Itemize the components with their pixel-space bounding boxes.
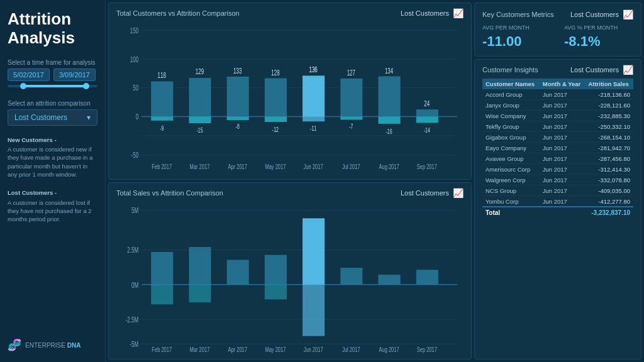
table-row: Yombu Corp Jun 2017 -412,277.80 [482, 196, 633, 207]
svg-text:127: 127 [347, 69, 356, 77]
avg-per-month-value: -11.00 [482, 33, 552, 50]
total-value: -3,232,837.10 [585, 207, 633, 218]
svg-rect-30 [303, 117, 325, 122]
attrition-dropdown[interactable]: Lost Customers ▾ [8, 109, 97, 126]
svg-rect-65 [265, 255, 287, 285]
metrics-header: Key Customers Metrics Lost Customers 📈 [482, 9, 633, 19]
footer-label: ENTERPRISE DNA [25, 342, 80, 349]
chart1-svg: 150 100 50 0 -50 118 -9 129 -15 [116, 21, 464, 174]
table-row: Tekfly Group Jun 2017 -250,332.10 [482, 121, 633, 132]
avg-per-month: AVG PER MONTH -11.00 [482, 25, 552, 50]
svg-text:134: 134 [385, 67, 394, 75]
svg-text:-5M: -5M [130, 339, 138, 348]
svg-rect-22 [227, 117, 249, 121]
enterprise-footer: 🧬 ENTERPRISE DNA [8, 338, 97, 352]
svg-rect-20 [227, 77, 249, 117]
svg-rect-32 [340, 79, 362, 117]
svg-text:2.5M: 2.5M [127, 246, 138, 255]
cell-customer-name: Avavee Group [482, 153, 540, 164]
table-row: Walgreen Corp Jun 2017 -332,078.80 [482, 175, 633, 185]
svg-rect-40 [416, 109, 438, 116]
svg-text:-15: -15 [196, 127, 203, 134]
insights-card: Customer Insights Lost Customers 📈 Custo… [474, 59, 641, 359]
svg-rect-16 [189, 78, 211, 116]
chart1-title: Total Customers vs Attrition Comparison [116, 9, 240, 17]
cell-customer-name: Yombu Corp [482, 196, 540, 207]
table-row: Janyx Group Jun 2017 -228,121.60 [482, 100, 633, 111]
chart2-badge-label: Lost Customers [401, 189, 449, 197]
svg-text:-12: -12 [272, 126, 279, 133]
svg-text:Sep 2017: Sep 2017 [417, 163, 437, 171]
cell-customer-name: Tekfly Group [482, 121, 540, 132]
main-content: Total Customers vs Attrition Comparison … [106, 0, 474, 362]
avg-per-month-label: AVG PER MONTH [482, 25, 552, 31]
svg-text:0: 0 [136, 112, 139, 121]
metrics-badge-label: Lost Customers [570, 11, 619, 18]
svg-text:May 2017: May 2017 [265, 163, 286, 171]
right-panel: Key Customers Metrics Lost Customers 📈 A… [474, 0, 644, 362]
col-customer-names[interactable]: Customer Names [482, 79, 540, 89]
svg-text:-11: -11 [310, 125, 316, 133]
cell-attrition-value: -228,121.60 [585, 100, 633, 111]
cell-month-year: Jun 2017 [540, 175, 586, 185]
date-start[interactable]: 5/02/2017 [8, 69, 50, 81]
chart2-title: Total Sales vs Attrition Comparison [116, 189, 223, 197]
table-row: Wise Company Jun 2017 -232,885.30 [482, 111, 633, 121]
table-row: Gigabox Group Jun 2017 -268,154.10 [482, 132, 633, 143]
avg-pct: AVG % PER MONTH -8.1% [564, 25, 633, 50]
svg-rect-69 [416, 270, 438, 285]
table-row: Avavee Group Jun 2017 -287,456.80 [482, 153, 633, 164]
total-label: Total [482, 207, 585, 218]
sidebar: AttritionAnalysis Select a time frame fo… [0, 0, 106, 362]
svg-rect-66 [303, 218, 325, 284]
svg-rect-63 [189, 247, 211, 285]
svg-rect-18 [189, 117, 211, 124]
svg-text:5M: 5M [131, 206, 138, 215]
svg-text:-16: -16 [386, 128, 392, 135]
cell-customer-name: Amerisourc Corp [482, 164, 540, 175]
chart1-badge: Lost Customers 📈 [401, 8, 464, 18]
svg-text:-2.5M: -2.5M [126, 315, 139, 324]
svg-rect-71 [151, 285, 173, 304]
svg-text:Jun 2017: Jun 2017 [304, 163, 323, 171]
sales-chart-panel: Total Sales vs Attrition Comparison Lost… [108, 182, 472, 359]
metrics-body: AVG PER MONTH -11.00 AVG % PER MONTH -8.… [482, 25, 633, 50]
cell-month-year: Jun 2017 [540, 111, 586, 121]
col-attrition-sales[interactable]: Attrition Sales [585, 79, 633, 89]
col-month-year[interactable]: Month & Year [540, 79, 586, 89]
cell-month-year: Jun 2017 [540, 132, 586, 143]
cell-month-year: Jun 2017 [540, 185, 586, 196]
cell-month-year: Jun 2017 [540, 100, 586, 111]
svg-text:Apr 2017: Apr 2017 [228, 163, 247, 171]
svg-rect-24 [265, 79, 287, 117]
cell-attrition-value: -412,277.80 [585, 196, 633, 207]
svg-text:129: 129 [196, 68, 204, 76]
cell-customer-name: Accord Group [482, 89, 540, 100]
customers-chart-panel: Total Customers vs Attrition Comparison … [108, 3, 472, 180]
svg-text:136: 136 [309, 66, 318, 74]
insights-badge-label: Lost Customers [570, 66, 619, 74]
table-header-row: Customer Names Month & Year Attrition Sa… [482, 79, 633, 89]
cell-attrition-value: -409,035.00 [585, 185, 633, 196]
svg-rect-62 [151, 252, 173, 285]
table-row: Amerisourc Corp Jun 2017 -312,414.30 [482, 164, 633, 175]
cell-month-year: Jun 2017 [540, 121, 586, 132]
chart1-header: Total Customers vs Attrition Comparison … [116, 8, 464, 18]
cell-customer-name: Wise Company [482, 111, 540, 121]
cell-attrition-value: -268,154.10 [585, 132, 633, 143]
cell-month-year: Jun 2017 [540, 153, 586, 164]
svg-text:Jun 2017: Jun 2017 [304, 345, 323, 353]
svg-rect-34 [340, 117, 362, 120]
svg-text:0M: 0M [131, 280, 138, 289]
svg-text:Apr 2017: Apr 2017 [228, 345, 247, 353]
date-end[interactable]: 3/09/2017 [53, 69, 96, 81]
svg-text:-14: -14 [424, 127, 430, 134]
date-slider[interactable] [8, 85, 97, 87]
cell-month-year: Jun 2017 [540, 164, 586, 175]
svg-rect-68 [379, 275, 401, 285]
metrics-card: Key Customers Metrics Lost Customers 📈 A… [474, 3, 641, 57]
svg-text:Aug 2017: Aug 2017 [379, 345, 399, 353]
cell-attrition-value: -312,414.30 [585, 164, 633, 175]
svg-text:Aug 2017: Aug 2017 [379, 163, 399, 171]
insights-title: Customer Insights [482, 66, 538, 74]
